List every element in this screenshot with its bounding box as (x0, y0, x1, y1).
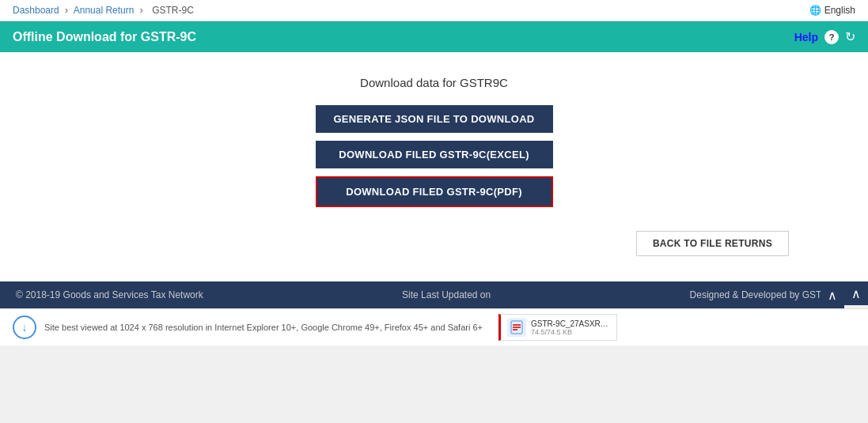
breadcrumb-sep1: › (65, 5, 68, 16)
footer-designed-by: Designed & Developed by GSTN (690, 289, 828, 300)
download-file-card[interactable]: GSTR-9C_27ASXR,...p 74.5/74.5 KB (498, 314, 617, 341)
download-pdf-button[interactable]: DOWNLOAD FILED GSTR-9C(PDF) (316, 176, 553, 207)
footer-last-updated: Site Last Updated on (402, 289, 491, 300)
chevron-up-icon: ∧ (851, 286, 861, 301)
scroll-top-footer[interactable]: ∧ (821, 281, 844, 308)
file-name: GSTR-9C_27ASXR,...p (531, 319, 610, 328)
breadcrumb-sep2: › (140, 5, 143, 16)
main-content: Download data for GSTR9C GENERATE JSON F… (0, 52, 868, 281)
help-icon[interactable]: ? (824, 30, 839, 44)
help-link[interactable]: Help (794, 31, 818, 43)
browser-notice: Site best viewed at 1024 x 768 resolutio… (44, 323, 483, 332)
breadcrumb-annual-return[interactable]: Annual Return (74, 5, 135, 16)
refresh-icon[interactable]: ↻ (845, 29, 855, 44)
globe-icon: 🌐 (809, 5, 821, 16)
top-bar: Dashboard › Annual Return › GSTR-9C 🌐 En… (0, 0, 868, 21)
breadcrumb-dashboard[interactable]: Dashboard (13, 5, 59, 16)
download-excel-button[interactable]: DOWNLOAD FILED GSTR-9C(EXCEL) (316, 141, 553, 168)
file-size: 74.5/74.5 KB (531, 328, 610, 336)
main-wrapper: Download data for GSTR9C GENERATE JSON F… (0, 52, 868, 281)
footer-bottom: ↓ Site best viewed at 1024 x 768 resolut… (0, 308, 868, 346)
back-to-file-returns-button[interactable]: BACK TO FILE RETURNS (636, 231, 789, 256)
footer-copyright: © 2018-19 Goods and Services Tax Network (16, 289, 203, 300)
language-label: English (824, 5, 855, 16)
footer-main: © 2018-19 Goods and Services Tax Network… (0, 281, 844, 308)
section-title: Download data for GSTR9C (360, 76, 508, 89)
header-right: Help ? ↻ (794, 29, 855, 44)
header-title: Offline Download for GSTR-9C (13, 30, 196, 44)
scroll-to-top-button[interactable]: ∧ (844, 281, 868, 305)
breadcrumb-current: GSTR-9C (152, 5, 194, 16)
breadcrumb: Dashboard › Annual Return › GSTR-9C (13, 5, 197, 16)
generate-json-button[interactable]: GENERATE JSON FILE TO DOWNLOAD (316, 105, 553, 133)
header-banner: Offline Download for GSTR-9C Help ? ↻ (0, 21, 868, 52)
language-button[interactable]: 🌐 English (809, 5, 855, 16)
file-type-icon (507, 318, 526, 337)
download-arrow-icon: ↓ (22, 321, 28, 334)
back-section: BACK TO FILE RETURNS (16, 223, 852, 256)
download-circle-icon: ↓ (13, 315, 36, 339)
file-info: GSTR-9C_27ASXR,...p 74.5/74.5 KB (531, 319, 610, 336)
chevron-up-icon-footer: ∧ (828, 288, 837, 303)
